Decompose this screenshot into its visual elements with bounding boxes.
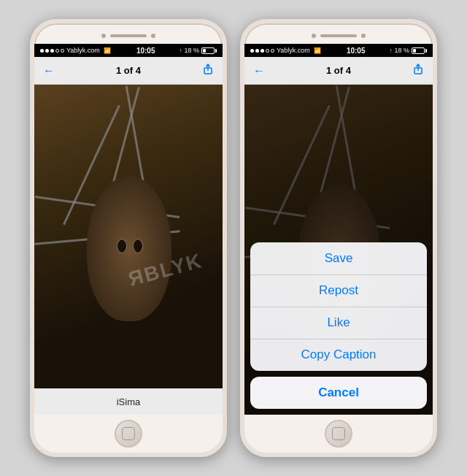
signal-dots-r: [250, 49, 274, 53]
action-copy-caption-button[interactable]: Copy Caption: [250, 339, 427, 371]
time-label-r: 10:05: [347, 47, 366, 55]
time-label: 10:05: [136, 47, 155, 55]
dot1: [40, 49, 44, 53]
action-copy-caption-label: Copy Caption: [301, 348, 376, 362]
home-button-inner-left: [122, 427, 135, 440]
action-cancel-label: Cancel: [318, 385, 359, 400]
status-right: ↑ 18 %: [179, 47, 217, 54]
cat-photo-inner: ЯBLYK: [34, 85, 223, 388]
rdot4: [266, 49, 269, 53]
action-repost-button[interactable]: Repost: [250, 275, 427, 307]
share-button-right[interactable]: [412, 64, 424, 77]
status-left: Yablyk.com 📶: [40, 47, 112, 54]
speaker-r: [320, 34, 357, 37]
action-repost-label: Repost: [319, 283, 358, 298]
right-iphone: Yablyk.com 📶 10:05 ↑ 18 % ← 1 of 4: [240, 19, 437, 457]
status-bar-right: Yablyk.com 📶 10:05 ↑ 18 %: [244, 44, 433, 57]
cat-eye-right: [133, 239, 143, 253]
signal-arrow-r: ↑: [389, 47, 392, 54]
dot3: [50, 49, 54, 53]
screen-right: Yablyk.com 📶 10:05 ↑ 18 % ← 1 of 4: [244, 44, 433, 415]
action-save-label: Save: [325, 251, 353, 266]
rdot2: [255, 49, 259, 53]
home-button-left[interactable]: [115, 420, 142, 448]
photo-area-left: ЯBLYK: [34, 85, 223, 388]
action-group-main: Save Repost Like Copy Caption: [250, 242, 427, 371]
action-sheet: Save Repost Like Copy Caption Cancel: [250, 242, 427, 409]
back-button-left[interactable]: ←: [43, 64, 55, 77]
nav-title-left: 1 of 4: [116, 65, 141, 76]
home-area-right: [244, 415, 433, 453]
battery-fill-r: [413, 49, 416, 53]
home-button-right[interactable]: [325, 420, 352, 448]
speaker: [110, 34, 147, 37]
top-bar-right: [244, 23, 433, 44]
battery-icon: [201, 47, 217, 54]
status-bar-left: Yablyk.com 📶 10:05 ↑ 18 %: [34, 44, 223, 57]
nav-title-right: 1 of 4: [326, 65, 351, 76]
action-like-label: Like: [327, 315, 350, 330]
action-save-button[interactable]: Save: [250, 242, 427, 275]
rdot3: [260, 49, 264, 53]
caption-bar-left: iSima: [34, 388, 223, 415]
caption-text-left: iSima: [117, 396, 141, 407]
rdot5: [271, 49, 274, 53]
cat-face: [87, 176, 171, 322]
battery-body: [201, 47, 215, 54]
nav-bar-right: ← 1 of 4: [244, 57, 433, 85]
top-bar-left: [34, 23, 223, 44]
dot5: [61, 49, 64, 53]
camera-dot-r: [312, 34, 316, 38]
cat-eye-left: [117, 239, 127, 253]
battery-body-r: [412, 47, 425, 54]
camera-dot: [101, 34, 106, 38]
action-like-button[interactable]: Like: [250, 307, 427, 339]
signal-arrow: ↑: [179, 47, 182, 54]
battery-icon-r: [412, 47, 427, 54]
home-area-left: [34, 415, 223, 453]
nav-bar-left: ← 1 of 4: [34, 57, 223, 85]
mic-dot: [151, 34, 155, 38]
carrier-label-r: Yablyk.com: [277, 47, 310, 54]
action-sheet-overlay: Save Repost Like Copy Caption Cancel: [244, 242, 433, 415]
signal-dots: [40, 49, 64, 53]
action-cancel-button[interactable]: Cancel: [250, 377, 427, 409]
mic-dot-r: [361, 34, 366, 38]
wifi-icon-r: 📶: [314, 47, 321, 54]
dot2: [45, 49, 49, 53]
status-left-r: Yablyk.com 📶: [250, 47, 323, 54]
screen-left: Yablyk.com 📶 10:05 ↑ 18 % ← 1 of 4: [34, 44, 223, 415]
share-button-left[interactable]: [202, 64, 214, 77]
wifi-icon: 📶: [104, 47, 111, 54]
carrier-label: Yablyk.com: [66, 47, 100, 54]
back-button-right[interactable]: ←: [253, 64, 265, 77]
battery-tip-r: [425, 49, 427, 53]
action-cancel-group: Cancel: [250, 377, 427, 409]
status-right-r: ↑ 18 %: [389, 47, 427, 54]
rdot1: [250, 49, 254, 53]
battery-pct: 18 %: [184, 47, 199, 54]
dot4: [55, 49, 59, 53]
battery-fill: [203, 49, 206, 53]
battery-pct-r: 18 %: [394, 47, 409, 54]
home-button-inner-right: [332, 427, 345, 440]
battery-tip: [215, 49, 217, 53]
cat-photo-left: ЯBLYK: [34, 85, 223, 388]
left-iphone: Yablyk.com 📶 10:05 ↑ 18 % ← 1 of 4: [30, 19, 227, 457]
